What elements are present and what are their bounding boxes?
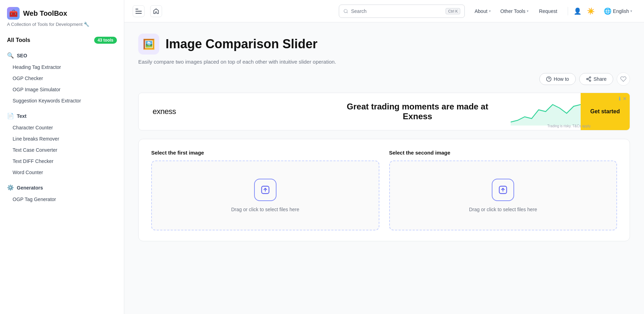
sidebar-logo: 🧰 Web ToolBox (0, 7, 124, 22)
sidebar-item-text-case-converter[interactable]: Text Case Converter (0, 144, 124, 156)
tool-icon: 🖼️ (138, 34, 159, 55)
request-label: Request (539, 8, 557, 14)
first-image-dropzone[interactable]: Drag or click to select files here (151, 160, 379, 230)
globe-icon: 🌐 (604, 7, 611, 15)
sidebar-section-seo: 🔍 SEO Heading Tag Extractor OGP Checker … (0, 49, 124, 109)
about-chevron: ▾ (489, 9, 491, 13)
second-dropzone-text: Drag or click to select files here (469, 207, 537, 212)
about-nav[interactable]: About ▾ (470, 6, 495, 16)
section-header-seo: 🔍 SEO (0, 49, 124, 62)
ad-close-button[interactable]: ✕ (623, 96, 627, 101)
lang-chevron: ▾ (630, 9, 632, 13)
tool-description: Easily compare two images placed on top … (138, 59, 630, 65)
sidebar-item-character-counter[interactable]: Character Counter (0, 122, 124, 133)
upload-section: Select the first image Drag or click to … (138, 139, 630, 241)
ad-brand: exness (153, 107, 176, 116)
svg-point-3 (344, 9, 347, 12)
sidebar-item-heading-tag-extractor[interactable]: Heading Tag Extractor (0, 62, 124, 73)
theme-toggle-icon[interactable]: ☀️ (587, 7, 595, 15)
section-header-text: 📄 Text (0, 109, 124, 122)
svg-rect-0 (135, 9, 138, 9)
search-bar[interactable]: Search Ctrl K (339, 5, 465, 18)
all-tools-label: All Tools (7, 37, 30, 43)
divider (568, 7, 568, 15)
svg-rect-2 (135, 13, 142, 14)
first-image-label: Select the first image (151, 150, 379, 156)
sidebar-section-generators: ⚙️ Generators OGP Tag Generator (0, 181, 124, 208)
heart-icon (620, 76, 626, 82)
section-header-generators: ⚙️ Generators (0, 181, 124, 194)
svg-point-6 (589, 77, 591, 78)
ad-brand-area: exness (139, 107, 324, 116)
section-label-text: Text (17, 113, 27, 119)
how-to-label: How to (554, 76, 569, 82)
header: Search Ctrl K About ▾ Other Tools ▾ Requ… (124, 0, 644, 22)
second-image-dropzone[interactable]: Drag or click to select files here (389, 160, 617, 230)
other-tools-label: Other Tools (500, 8, 525, 14)
second-upload-icon (492, 179, 514, 201)
other-tools-chevron: ▾ (527, 9, 528, 13)
search-icon (343, 9, 348, 14)
sidebar-item-suggestion-keywords[interactable]: Suggestion Keywords Extractor (0, 95, 124, 106)
svg-rect-1 (135, 11, 142, 12)
share-button[interactable]: Share (579, 73, 613, 85)
sidebar-item-ogp-checker[interactable]: OGP Checker (0, 73, 124, 84)
home-button[interactable] (150, 5, 162, 17)
search-placeholder: Search (351, 8, 443, 14)
ad-banner: exness Great trading moments are made at… (138, 93, 630, 130)
ad-info-icon[interactable]: ℹ (619, 96, 621, 101)
language-label: English (613, 8, 629, 14)
sidebar-item-word-counter[interactable]: Word Counter (0, 167, 124, 178)
seo-icon: 🔍 (7, 52, 14, 59)
sidebar-section-text: 📄 Text Character Counter Line breaks Rem… (0, 109, 124, 181)
search-shortcut: Ctrl K (446, 8, 460, 14)
about-label: About (475, 8, 488, 14)
generators-icon: ⚙️ (7, 184, 14, 191)
section-label-generators: Generators (17, 185, 43, 191)
upload-icon-svg-2 (498, 185, 508, 195)
svg-line-9 (588, 79, 589, 80)
ad-text: Great trading moments are made at Exness (324, 102, 510, 121)
first-image-col: Select the first image Drag or click to … (151, 150, 379, 230)
second-image-label: Select the second image (389, 150, 617, 156)
tools-badge: 43 tools (94, 37, 117, 44)
question-icon (546, 76, 552, 82)
share-icon (586, 76, 592, 82)
tool-actions: How to Share (138, 72, 630, 86)
share-label: Share (594, 76, 607, 82)
sidebar-item-text-diff-checker[interactable]: Text DIFF Checker (0, 156, 124, 167)
upload-icon-svg (260, 185, 270, 195)
request-nav[interactable]: Request (534, 6, 562, 16)
ad-chart (511, 98, 581, 126)
svg-line-10 (588, 78, 589, 79)
sidebar-item-line-breaks-remover[interactable]: Line breaks Remover (0, 133, 124, 144)
upload-grid: Select the first image Drag or click to … (151, 150, 617, 230)
ad-disclaimer: Trading is risky. T&Cs apply. (547, 124, 591, 128)
svg-point-7 (587, 78, 588, 80)
toggle-sidebar-button[interactable] (133, 5, 145, 17)
text-icon: 📄 (7, 113, 14, 119)
first-dropzone-text: Drag or click to select files here (231, 207, 299, 212)
section-label-seo: SEO (17, 53, 27, 58)
other-tools-nav[interactable]: Other Tools ▾ (496, 6, 533, 16)
avatar-icon: 👤 (574, 7, 581, 15)
how-to-button[interactable]: How to (539, 73, 576, 85)
content-area: 🖼️ Image Comparison Slider Easily compar… (124, 22, 644, 314)
sidebar-item-ogp-tag-generator[interactable]: OGP Tag Generator (0, 194, 124, 205)
svg-point-8 (589, 80, 591, 81)
sidebar: 🧰 Web ToolBox A Collection of Tools for … (0, 0, 124, 314)
svg-marker-11 (511, 105, 581, 126)
sidebar-item-ogp-image-simulator[interactable]: OGP Image Simulator (0, 84, 124, 95)
logo-text: Web ToolBox (23, 9, 67, 17)
all-tools-row: All Tools 43 tools (0, 33, 124, 49)
first-upload-icon (254, 179, 276, 201)
tool-header: 🖼️ Image Comparison Slider (138, 34, 630, 55)
tool-title: Image Comparison Slider (166, 37, 317, 51)
favorite-button[interactable] (617, 72, 630, 86)
main-area: Search Ctrl K About ▾ Other Tools ▾ Requ… (124, 0, 644, 314)
chart-svg (511, 98, 581, 126)
sidebar-tagline: A Collection of Tools for Development 🔧 (0, 22, 124, 33)
header-nav: About ▾ Other Tools ▾ Request (470, 6, 562, 16)
logo-icon: 🧰 (7, 7, 20, 20)
language-selector[interactable]: 🌐 English ▾ (600, 5, 636, 17)
